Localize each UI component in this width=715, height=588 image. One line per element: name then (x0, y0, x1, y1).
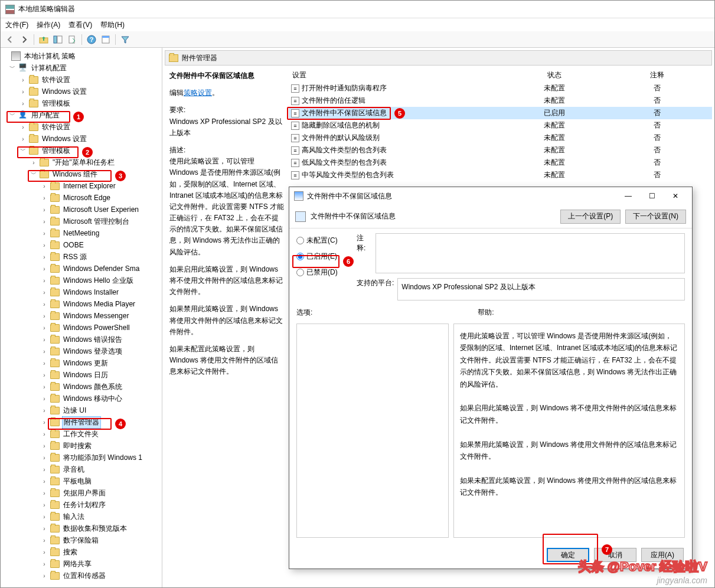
tree-item[interactable]: Windows 登录选项 (62, 346, 123, 357)
show-hide-tree-icon[interactable] (52, 34, 64, 45)
chevron-down-icon[interactable]: ﹀ (19, 147, 27, 154)
tree-item[interactable]: 录音机 (62, 464, 86, 475)
chevron-right-icon[interactable]: › (41, 206, 48, 213)
chevron-right-icon[interactable]: › (41, 466, 48, 473)
tree-item[interactable]: Windows Hello 企业版 (62, 275, 135, 286)
chevron-right-icon[interactable]: › (41, 560, 48, 567)
tree-item[interactable]: 任务计划程序 (62, 499, 107, 511)
tree-item[interactable]: Windows Media Player (62, 299, 136, 309)
policy-tree[interactable]: 本地计算机 策略 ﹀🖥️计算机配置 ›软件设置 ›Windows 设置 ›管理模… (1, 50, 162, 582)
chevron-right-icon[interactable]: › (41, 395, 48, 402)
chevron-right-icon[interactable]: › (41, 230, 48, 237)
list-item[interactable]: ≡隐藏删除区域信息的机制未配置否 (289, 119, 712, 132)
list-item[interactable]: ≡中等风险文件类型的包含列表未配置否 (289, 169, 712, 181)
chevron-right-icon[interactable]: › (41, 241, 48, 249)
chevron-right-icon[interactable]: › (41, 218, 48, 225)
chevron-right-icon[interactable]: › (41, 324, 48, 331)
tree-item[interactable]: 输入法 (62, 511, 86, 522)
col-state[interactable]: 状态 (507, 70, 602, 80)
chevron-down-icon[interactable]: ﹀ (30, 171, 37, 178)
chevron-right-icon[interactable]: › (41, 336, 48, 343)
tree-item[interactable]: Windows 错误报告 (62, 334, 123, 345)
chevron-right-icon[interactable]: › (41, 360, 48, 367)
chevron-right-icon[interactable]: › (30, 159, 37, 166)
tree-item[interactable]: Windows Defender Sma (62, 264, 141, 273)
list-item[interactable]: ≡打开附件时通知防病毒程序未配置否 (289, 82, 712, 94)
apply-button[interactable]: 应用(A) (641, 548, 684, 562)
chevron-right-icon[interactable]: › (41, 289, 48, 296)
list-item[interactable]: ≡文件附件的默认风险级别未配置否 (289, 132, 712, 144)
tree-item[interactable]: Windows Installer (62, 288, 120, 297)
chevron-right-icon[interactable]: › (41, 454, 48, 461)
tree-item[interactable]: 软件设置 (41, 122, 71, 133)
tree-item[interactable]: 平板电脑 (62, 476, 93, 487)
tree-root[interactable]: 本地计算机 策略 (23, 51, 77, 62)
tree-item[interactable]: 即时搜索 (62, 440, 93, 452)
radio-disabled[interactable]: 已禁用(D) (296, 267, 350, 277)
maximize-icon[interactable]: ☐ (640, 188, 664, 204)
list-item[interactable]: ≡低风险文件类型的包含列表未配置否 (289, 156, 712, 169)
chevron-down-icon[interactable]: ﹀ (9, 64, 16, 71)
tree-item[interactable]: Windows 移动中心 (62, 393, 123, 404)
tree-item[interactable]: Microsoft User Experien (62, 205, 140, 214)
tree-item[interactable]: Windows 日历 (62, 370, 109, 381)
tree-item[interactable]: 软件设置 (41, 74, 71, 86)
help-icon[interactable]: ? (86, 34, 97, 45)
comment-textarea[interactable] (376, 233, 685, 273)
edit-policy-link[interactable]: 策略设置 (184, 89, 212, 97)
folder-up-icon[interactable] (38, 34, 50, 45)
tree-windows-components[interactable]: Windows 组件 (51, 169, 99, 180)
tree-item[interactable]: Windows 更新 (62, 358, 109, 369)
tree-item[interactable]: 数字保险箱 (62, 535, 100, 546)
radio-unconfigured[interactable]: 未配置(C) (296, 236, 350, 246)
chevron-right-icon[interactable]: › (41, 478, 48, 485)
chevron-right-icon[interactable]: › (41, 442, 48, 449)
tree-item[interactable]: Windows 颜色系统 (62, 381, 123, 393)
chevron-right-icon[interactable]: › (19, 100, 27, 107)
tree-computer[interactable]: 计算机配置 (30, 63, 68, 74)
chevron-right-icon[interactable]: › (41, 501, 48, 508)
tree-item[interactable]: Microsoft 管理控制台 (62, 216, 130, 227)
nav-back-icon[interactable] (4, 34, 16, 45)
list-item[interactable]: ≡文件附件中不保留区域信息已启用否 (289, 107, 712, 119)
chevron-right-icon[interactable]: › (41, 548, 48, 556)
filter-icon[interactable] (119, 34, 131, 45)
chevron-right-icon[interactable]: › (41, 253, 48, 260)
next-setting-button[interactable]: 下一个设置(N) (625, 210, 686, 224)
menu-action[interactable]: 操作(A) (37, 20, 60, 30)
chevron-right-icon[interactable]: › (41, 277, 48, 284)
tree-item[interactable]: Windows Messenger (62, 311, 130, 321)
list-item[interactable]: ≡高风险文件类型的包含列表未配置否 (289, 144, 712, 156)
tree-item[interactable]: Microsoft Edge (62, 193, 112, 202)
menu-view[interactable]: 查看(V) (68, 20, 92, 30)
tree-item[interactable]: Windows 设置 (41, 133, 88, 145)
chevron-right-icon[interactable]: › (41, 525, 48, 532)
tree-item[interactable]: 搜索 (62, 547, 79, 558)
tree-item[interactable]: 边缘 UI (62, 405, 87, 416)
radio-enabled[interactable]: 已启用(E) (296, 251, 350, 262)
chevron-right-icon[interactable]: › (41, 265, 48, 272)
chevron-right-icon[interactable]: › (19, 76, 27, 83)
ok-button[interactable]: 确定 (547, 548, 589, 562)
tree-item[interactable]: OOBE (62, 240, 85, 250)
tree-item[interactable]: RSS 源 (62, 251, 88, 263)
tree-item[interactable]: 附件管理器 (62, 416, 101, 429)
tree-item[interactable]: 网络共享 (62, 558, 93, 570)
chevron-right-icon[interactable]: › (41, 348, 48, 355)
tree-admin-templates[interactable]: 管理模板 (41, 145, 71, 156)
chevron-right-icon[interactable]: › (41, 194, 48, 201)
chevron-right-icon[interactable]: › (41, 489, 48, 496)
tree-item[interactable]: "开始"菜单和任务栏 (51, 157, 116, 168)
tree-item[interactable]: Windows PowerShell (62, 323, 131, 332)
menu-file[interactable]: 文件(F) (5, 20, 28, 30)
tree-item[interactable]: 将功能添加到 Windows 1 (62, 452, 143, 463)
close-icon[interactable]: ✕ (664, 188, 687, 204)
tree-item[interactable]: 位置和传感器 (62, 570, 107, 582)
tree-item[interactable]: 凭据用户界面 (62, 488, 107, 499)
prev-setting-button[interactable]: 上一个设置(P) (560, 210, 621, 224)
tree-item[interactable]: 管理模板 (41, 98, 71, 109)
cancel-button[interactable]: 取消 (594, 548, 636, 562)
chevron-right-icon[interactable]: › (41, 537, 48, 544)
properties-icon[interactable] (100, 34, 112, 45)
chevron-right-icon[interactable]: › (41, 419, 48, 426)
